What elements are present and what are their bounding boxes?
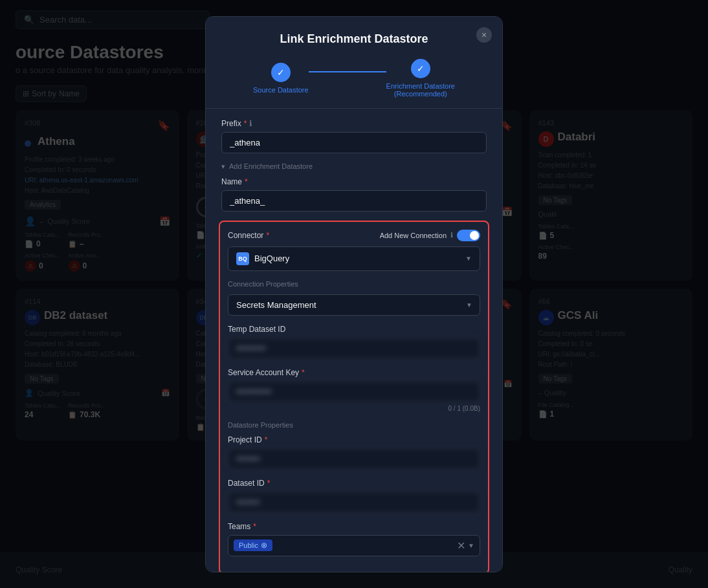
datastore-properties-label: Datastore Properties <box>228 421 480 429</box>
dataset-id-group: Dataset ID * <box>228 479 480 513</box>
teams-actions: ✕ ▼ <box>457 539 474 552</box>
secrets-select[interactable]: Secrets Management <box>228 294 480 316</box>
required-indicator: * <box>244 119 247 128</box>
toggle-icon: ▾ <box>221 162 225 171</box>
connector-selector-wrapper: BQ BigQuery ▼ <box>228 246 480 271</box>
temp-dataset-input[interactable] <box>228 338 480 359</box>
service-account-label: Service Account Key * <box>228 368 480 377</box>
add-connection-toggle[interactable] <box>457 230 480 241</box>
secrets-wrapper: Secrets Management <box>228 294 480 316</box>
required-indicator: * <box>266 231 269 240</box>
service-account-input[interactable] <box>228 381 480 402</box>
step-connector <box>309 71 386 72</box>
close-button[interactable]: × <box>476 27 492 43</box>
modal-body: Prefix * ℹ ▾ Add Enrichment Datastore Na… <box>206 109 502 572</box>
add-connection: Add New Connection ℹ <box>380 230 480 241</box>
project-id-input[interactable] <box>228 448 480 470</box>
step-source-label: Source Datastore <box>253 86 309 94</box>
modal: Link Enrichment Datastore × ✓ Source Dat… <box>205 16 503 572</box>
close-icon: × <box>481 30 487 40</box>
required-indicator: * <box>267 479 271 488</box>
team-tag-public: Public ⊗ <box>234 539 272 551</box>
modal-title: Link Enrichment Datastore <box>221 32 487 46</box>
modal-overlay: Link Enrichment Datastore × ✓ Source Dat… <box>0 0 708 588</box>
name-group: Name * <box>221 177 487 212</box>
connection-properties-label: Connection Properties <box>228 280 480 288</box>
team-tag-label: Public <box>239 541 258 549</box>
secrets-group: Secrets Management <box>228 294 480 316</box>
required-indicator: * <box>245 177 248 186</box>
teams-clear[interactable]: ✕ <box>457 539 465 552</box>
info-icon[interactable]: ℹ <box>249 119 252 128</box>
name-input[interactable] <box>221 190 487 212</box>
project-id-group: Project ID * <box>228 435 480 470</box>
add-enrichment-toggle[interactable]: ▾ Add Enrichment Datastore <box>221 162 487 171</box>
step-source: ✓ Source Datastore <box>253 63 309 94</box>
required-indicator: * <box>302 368 305 377</box>
secrets-value: Secrets Management <box>236 300 316 310</box>
steps-indicator: ✓ Source Datastore ✓ Enrichment Datastor… <box>221 59 487 98</box>
required-indicator: * <box>253 522 256 531</box>
prefix-label: Prefix * ℹ <box>221 119 487 128</box>
step-enrichment-circle: ✓ <box>411 59 430 78</box>
connector-row: Connector * Add New Connection ℹ <box>228 230 480 241</box>
dropdown-arrow: ▼ <box>465 255 472 262</box>
highlighted-section: Connector * Add New Connection ℹ BQ BigQ… <box>219 221 489 572</box>
teams-input[interactable]: Public ⊗ ✕ ▼ <box>228 535 480 556</box>
bigquery-icon: BQ <box>236 252 249 265</box>
teams-label: Teams * <box>228 522 480 531</box>
required-indicator: * <box>265 435 268 444</box>
dataset-id-label: Dataset ID * <box>228 479 480 488</box>
service-account-group: Service Account Key * 0 / 1 (0.0B) <box>228 368 480 412</box>
prefix-group: Prefix * ℹ <box>221 119 487 153</box>
teams-group: Teams * Public ⊗ ✕ ▼ <box>228 522 480 556</box>
temp-dataset-group: Temp Dataset ID <box>228 325 480 359</box>
connector-value: BigQuery <box>254 254 289 263</box>
temp-dataset-label: Temp Dataset ID <box>228 325 480 334</box>
name-label: Name * <box>221 177 487 186</box>
project-id-label: Project ID * <box>228 435 480 444</box>
step-source-circle: ✓ <box>271 63 291 82</box>
connector-select[interactable]: BQ BigQuery ▼ <box>228 246 480 271</box>
modal-header: Link Enrichment Datastore × ✓ Source Dat… <box>206 17 502 109</box>
step-enrichment: ✓ Enrichment Datastore(Recommended) <box>386 59 455 98</box>
team-tag-remove[interactable]: ⊗ <box>261 541 267 550</box>
add-enrichment-label: Add Enrichment Datastore <box>229 162 313 170</box>
connector-label: Connector * <box>228 231 269 240</box>
info-icon-connection[interactable]: ℹ <box>450 231 453 239</box>
char-count: 0 / 1 (0.0B) <box>228 405 480 412</box>
teams-dropdown[interactable]: ▼ <box>468 542 474 549</box>
dataset-id-input[interactable] <box>228 492 480 513</box>
add-connection-label: Add New Connection <box>380 232 447 239</box>
prefix-input[interactable] <box>221 132 487 153</box>
step-enrichment-label: Enrichment Datastore(Recommended) <box>386 82 455 98</box>
